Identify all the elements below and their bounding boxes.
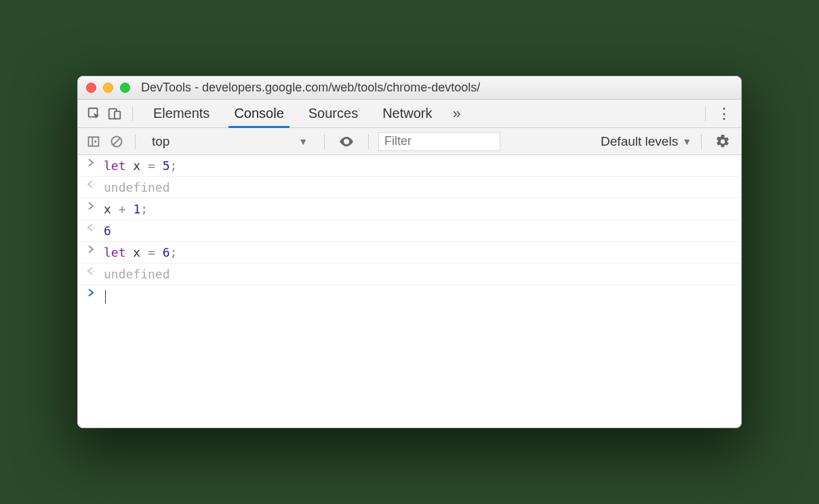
console-row-input: let x = 6;	[78, 242, 741, 264]
code-line: undefined	[104, 267, 170, 281]
code-line: undefined	[104, 180, 170, 194]
close-window-button[interactable]	[86, 83, 96, 93]
console-row-output: 6	[78, 220, 741, 242]
inspect-element-icon[interactable]	[85, 104, 104, 123]
svg-line-6	[113, 138, 120, 145]
console-row-output: undefined	[78, 177, 741, 198]
tab-console[interactable]: Console	[222, 100, 296, 128]
divider	[705, 106, 706, 121]
window-titlebar: DevTools - developers.google.com/web/too…	[78, 77, 741, 100]
tab-elements[interactable]: Elements	[141, 100, 222, 128]
input-chevron-icon	[85, 245, 97, 253]
svg-point-8	[94, 227, 95, 228]
svg-rect-2	[115, 111, 120, 119]
console-row-prompt	[78, 285, 741, 307]
console-row-input: x + 1;	[78, 198, 741, 220]
code-line: let x = 6;	[104, 245, 177, 259]
svg-rect-3	[89, 137, 99, 146]
divider	[368, 134, 369, 149]
divider	[135, 134, 136, 149]
context-label: top	[152, 134, 169, 149]
code-line: let x = 5;	[104, 159, 177, 173]
code-line: x + 1;	[104, 202, 148, 216]
tab-sources[interactable]: Sources	[296, 100, 370, 128]
levels-label: Default levels	[601, 134, 678, 149]
console-row-output: undefined	[78, 264, 741, 285]
device-toggle-icon[interactable]	[105, 104, 124, 123]
clear-console-icon[interactable]	[108, 133, 125, 150]
more-tabs-button[interactable]: »	[446, 105, 468, 123]
divider	[701, 134, 702, 149]
log-levels-select[interactable]: Default levels ▼	[601, 134, 692, 149]
code-line: 6	[104, 224, 111, 238]
minimize-window-button[interactable]	[103, 83, 113, 93]
input-chevron-icon	[85, 159, 97, 167]
traffic-lights	[86, 83, 130, 93]
execution-context-select[interactable]: top ▼	[145, 133, 315, 150]
zoom-window-button[interactable]	[120, 83, 130, 93]
console-row-input: let x = 5;	[78, 155, 741, 177]
console-settings-icon[interactable]	[711, 134, 734, 149]
text-cursor	[105, 290, 106, 303]
toggle-sidebar-icon[interactable]	[85, 133, 102, 150]
devtools-tabbar: ElementsConsoleSourcesNetwork » ⋮	[78, 100, 741, 128]
divider	[324, 134, 325, 149]
prompt-chevron-icon	[85, 289, 97, 297]
divider	[132, 106, 133, 121]
tabs-container: ElementsConsoleSourcesNetwork	[141, 100, 445, 128]
filter-input[interactable]	[378, 132, 500, 151]
output-chevron-icon	[85, 224, 97, 232]
output-chevron-icon	[85, 267, 97, 275]
chevron-down-icon: ▼	[298, 136, 308, 147]
console-toolbar: top ▼ Default levels ▼	[78, 128, 741, 155]
output-chevron-icon	[85, 180, 97, 188]
chevron-down-icon: ▼	[682, 136, 692, 147]
live-expression-icon[interactable]	[334, 133, 359, 150]
window-title: DevTools - developers.google.com/web/too…	[141, 81, 480, 95]
kebab-menu-icon[interactable]: ⋮	[714, 105, 734, 123]
console-log-area[interactable]: let x = 5;undefinedx + 1;6let x = 6;unde…	[78, 155, 741, 427]
svg-point-9	[94, 270, 95, 272]
devtools-window: DevTools - developers.google.com/web/too…	[77, 76, 742, 428]
svg-point-7	[94, 184, 95, 185]
tab-network[interactable]: Network	[370, 100, 444, 128]
input-chevron-icon	[85, 202, 97, 210]
code-line	[104, 289, 106, 303]
